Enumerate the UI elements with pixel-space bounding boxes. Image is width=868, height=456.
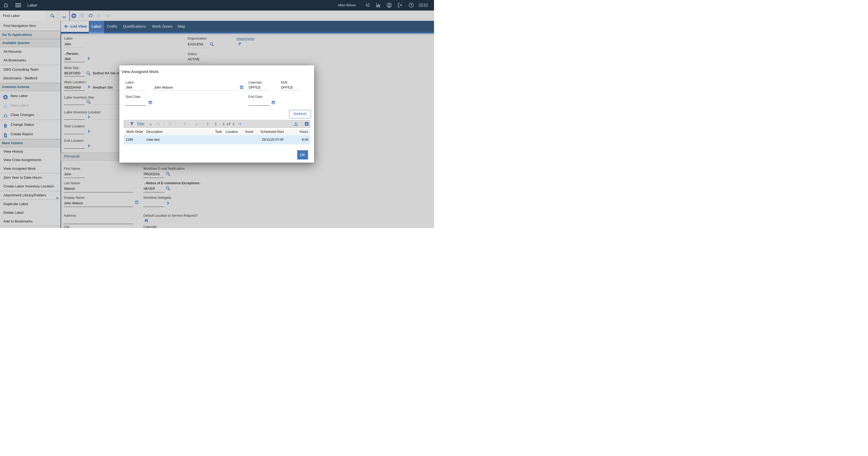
cell-hours[interactable]: 8:00 (295, 135, 308, 145)
col-asset[interactable]: Asset (245, 129, 253, 135)
refresh-button[interactable]: Refresh (289, 110, 311, 118)
person-detail-chevron-icon[interactable] (87, 56, 90, 61)
tab-crafts[interactable]: Crafts (107, 21, 117, 32)
sidebar-item-all-records[interactable]: All Records (0, 47, 61, 56)
sidebar-action-change-status[interactable]: Change Status (0, 120, 61, 129)
col-description[interactable]: Description (146, 129, 163, 135)
cell-work-order[interactable]: 1289 (126, 135, 133, 145)
sidebar-action-new-labor[interactable]: New Labor (0, 91, 61, 101)
cell-scheduled-start[interactable]: 25/11/20 07:00 (252, 135, 283, 145)
cell-description[interactable]: crew test (146, 135, 159, 145)
workflow-email-lookup-icon[interactable] (166, 172, 170, 177)
start-date-calendar-icon[interactable] (148, 100, 152, 105)
organization-lookup-icon[interactable] (210, 42, 214, 48)
col-work-order[interactable]: Work Order (126, 129, 143, 135)
tab-map[interactable]: Map (178, 21, 185, 32)
next-row-icon[interactable] (194, 122, 198, 127)
restore-dialog-icon[interactable] (305, 122, 309, 126)
tab-qualifications[interactable]: Qualifications (123, 21, 146, 32)
dialog-table-row[interactable]: 1289 crew test 25/11/20 07:00 8:00 (124, 135, 310, 145)
filter-expand-chevron-icon[interactable] (149, 122, 152, 127)
sidebar-item-view-crew-assignments[interactable]: View Crew Assignments (0, 156, 61, 164)
col-task[interactable]: Task (208, 129, 222, 135)
work-location-detail-chevron-icon[interactable] (87, 85, 90, 90)
sidebar-section-go-to-applications[interactable]: Go To Applications (0, 31, 61, 39)
status-value[interactable]: ACTIVE (188, 57, 200, 61)
work-location-value[interactable]: NEEDHAM (64, 86, 81, 90)
sidebar-find-input[interactable]: Find Navigation Item (0, 21, 61, 31)
dialog-labor-detail-menu-icon[interactable] (240, 85, 243, 90)
tab-labor[interactable]: Labor (89, 21, 104, 32)
labor-inventory-site-lookup-icon[interactable] (86, 100, 91, 105)
sidebar-item-all-bookmarks[interactable]: All Bookmarks (0, 56, 61, 65)
sidebar-action-save-labor[interactable]: Save Labor (0, 101, 61, 110)
person-value[interactable]: JWA (64, 57, 71, 61)
display-name-detail-menu-icon[interactable] (135, 200, 138, 205)
logout-icon[interactable] (397, 3, 402, 9)
previous-page-icon[interactable] (206, 122, 210, 127)
first-name-value[interactable]: John (64, 172, 71, 176)
sidebar-section-available-queries[interactable]: Available Queries (0, 39, 61, 47)
organization-value[interactable]: EAGLENA (188, 42, 204, 47)
sidebar-item-duplicate-labor[interactable]: Duplicate Labor (0, 200, 61, 209)
tab-list-view[interactable]: List View (70, 21, 87, 32)
dialog-calendar-value[interactable]: OFFICE (249, 86, 261, 90)
sidebar-action-create-report[interactable]: Create Report (0, 129, 61, 139)
save-record-button[interactable] (80, 13, 85, 19)
notice-exceptions-lookup-icon[interactable] (166, 186, 170, 192)
col-hours[interactable]: Hours (295, 129, 308, 135)
home-icon[interactable] (3, 3, 8, 9)
sidebar-item-electricians-bedford[interactable]: Electricians - Bedford (0, 74, 61, 83)
workflow-email-value[interactable]: PROCESS (144, 172, 160, 176)
work-site-lookup-icon[interactable] (86, 71, 91, 77)
sidebar-item-dbo-consulting-team[interactable]: DBO Consulting Team (0, 65, 61, 74)
sidebar-item-add-to-bookmarks[interactable]: Add to Bookmarks (0, 217, 61, 226)
sidebar-item-view-assigned-work[interactable]: View Assigned Work (0, 164, 61, 173)
sidebar-item-attachment-library-folders[interactable]: Attachment Library/Folders (0, 191, 61, 200)
record-search-button[interactable] (46, 10, 59, 21)
paperclip-icon[interactable] (238, 42, 242, 47)
search-options-button[interactable] (59, 10, 69, 21)
work-site-value[interactable]: BEDFORD (64, 71, 81, 75)
new-record-button[interactable] (71, 13, 76, 19)
sidebar-item-create-labor-inventory-location[interactable]: Create Labor Inventory Location (0, 182, 61, 191)
work-location-description[interactable]: Needham Site (93, 86, 113, 90)
col-scheduled-start[interactable]: Scheduled Start (257, 129, 284, 135)
last-name-value[interactable]: Watson (64, 187, 75, 191)
dialog-labor-value[interactable]: JWA (126, 86, 132, 90)
work-site-description[interactable]: Bedford MA Site of E (93, 71, 122, 75)
workflow-delegate-detail-chevron-icon[interactable] (166, 201, 169, 206)
filter-icon[interactable] (130, 122, 134, 127)
sidebar-section-more-actions[interactable]: More Actions (0, 139, 61, 147)
col-location[interactable]: Location (225, 129, 238, 135)
record-search-input[interactable]: Find Labor (0, 10, 46, 21)
help-icon[interactable]: ? (409, 3, 414, 9)
sidebar-item-delete-labor[interactable]: Delete Labor (0, 209, 61, 217)
labor-value[interactable]: JWA (64, 42, 71, 47)
tab-work-zones[interactable]: Work Zones (152, 21, 173, 32)
end-date-calendar-icon[interactable] (271, 100, 275, 105)
filter-link[interactable]: Filter (137, 122, 145, 125)
dialog-shift-value[interactable]: OFFICE (281, 86, 293, 90)
clear-changes-button[interactable] (88, 13, 93, 19)
next-page-icon[interactable] (238, 122, 242, 127)
default-location-checkbox[interactable] (145, 219, 148, 222)
sidebar-action-clear-changes[interactable]: Clear Changes (0, 110, 61, 120)
notice-exceptions-value[interactable]: NEVER (144, 187, 155, 191)
sidebar-section-common-actions[interactable]: Common Actions (0, 83, 61, 91)
next-record-button[interactable] (105, 13, 110, 19)
back-arrow-icon[interactable] (64, 24, 69, 30)
user-name[interactable]: Mike Wilson (338, 0, 356, 10)
sidebar-item-view-history[interactable]: View History (0, 147, 61, 156)
menu-icon[interactable] (15, 3, 21, 8)
ok-button[interactable]: OK (297, 150, 308, 159)
end-location-detail-chevron-icon[interactable] (87, 144, 90, 149)
labor-inventory-location-detail-chevron-icon[interactable] (87, 115, 90, 120)
previous-record-button[interactable] (97, 13, 102, 19)
display-name-value[interactable]: John Watson (64, 202, 83, 205)
sidebar-item-zero-year-to-date-hours[interactable]: Zero Year to Date Hours (0, 174, 61, 182)
profile-icon[interactable] (386, 3, 392, 9)
attachments-link[interactable]: Attachments (236, 37, 254, 40)
previous-row-icon[interactable] (183, 122, 187, 127)
start-location-detail-chevron-icon[interactable] (87, 129, 90, 134)
